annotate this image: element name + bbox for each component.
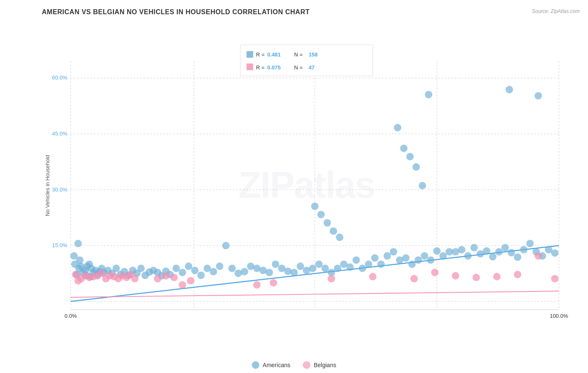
svg-point-60 bbox=[137, 265, 145, 272]
svg-point-134 bbox=[514, 253, 522, 261]
svg-point-97 bbox=[353, 256, 360, 264]
svg-point-92 bbox=[322, 265, 329, 272]
svg-text:100.0%: 100.0% bbox=[550, 313, 568, 319]
svg-text:0.0%: 0.0% bbox=[64, 313, 77, 319]
svg-point-68 bbox=[172, 265, 180, 272]
svg-point-175 bbox=[551, 275, 559, 283]
svg-point-114 bbox=[427, 256, 435, 264]
belgian-legend-label: Belgians bbox=[314, 362, 336, 368]
svg-text:No Vehicles in Household: No Vehicles in Household bbox=[44, 155, 51, 217]
svg-point-169 bbox=[431, 269, 439, 276]
chart-area: No Vehicles in Household 15.0% 30.0% 45.… bbox=[33, 20, 580, 335]
svg-point-101 bbox=[377, 261, 385, 268]
svg-text:ZIPatlas: ZIPatlas bbox=[238, 164, 375, 206]
svg-point-105 bbox=[330, 227, 337, 235]
svg-point-98 bbox=[359, 265, 366, 272]
svg-point-123 bbox=[425, 91, 432, 98]
svg-point-71 bbox=[191, 267, 199, 274]
svg-point-150 bbox=[74, 277, 82, 284]
svg-text:45.0%: 45.0% bbox=[52, 130, 67, 137]
chart-legend: Americans Belgians bbox=[252, 361, 336, 369]
svg-text:15.0%: 15.0% bbox=[52, 242, 67, 248]
svg-point-88 bbox=[297, 263, 304, 270]
svg-point-84 bbox=[272, 261, 279, 268]
svg-point-125 bbox=[458, 246, 465, 253]
scatter-plot: No Vehicles in Household 15.0% 30.0% 45.… bbox=[33, 20, 580, 335]
svg-text:47: 47 bbox=[309, 64, 314, 71]
svg-text:60.0%: 60.0% bbox=[52, 74, 67, 81]
svg-line-31 bbox=[71, 291, 559, 297]
legend-belgian: Belgians bbox=[303, 361, 336, 369]
svg-point-70 bbox=[185, 263, 192, 270]
svg-point-141 bbox=[506, 86, 513, 93]
svg-point-168 bbox=[410, 275, 418, 283]
svg-text:30.0%: 30.0% bbox=[52, 186, 67, 193]
svg-point-74 bbox=[210, 268, 217, 276]
svg-point-106 bbox=[336, 234, 343, 241]
chart-container: AMERICAN VS BELGIAN NO VEHICLES IN HOUSE… bbox=[0, 0, 588, 373]
svg-point-159 bbox=[154, 275, 161, 283]
svg-text:N =: N = bbox=[294, 64, 302, 71]
svg-point-86 bbox=[284, 268, 292, 275]
svg-text:0.481: 0.481 bbox=[267, 51, 281, 58]
svg-text:R =: R = bbox=[256, 51, 264, 58]
svg-point-44 bbox=[76, 256, 84, 264]
svg-point-79 bbox=[241, 268, 248, 276]
svg-point-99 bbox=[365, 261, 373, 268]
svg-point-129 bbox=[483, 247, 491, 255]
svg-point-136 bbox=[526, 240, 534, 247]
svg-point-94 bbox=[334, 265, 341, 272]
svg-point-133 bbox=[508, 249, 515, 256]
svg-point-111 bbox=[408, 261, 416, 268]
svg-point-113 bbox=[421, 252, 428, 260]
svg-rect-20 bbox=[247, 51, 253, 58]
chart-title: AMERICAN VS BELGIAN NO VEHICLES IN HOUSE… bbox=[42, 8, 580, 16]
svg-text:N =: N = bbox=[294, 51, 302, 58]
svg-point-164 bbox=[253, 281, 261, 289]
svg-text:158: 158 bbox=[309, 51, 317, 58]
legend-american: Americans bbox=[252, 361, 290, 369]
svg-point-160 bbox=[162, 272, 170, 280]
svg-point-130 bbox=[489, 253, 496, 261]
svg-point-51 bbox=[74, 240, 82, 247]
svg-point-54 bbox=[112, 265, 120, 272]
svg-point-119 bbox=[400, 145, 408, 152]
svg-point-91 bbox=[315, 261, 323, 268]
svg-point-75 bbox=[216, 263, 223, 270]
svg-point-122 bbox=[419, 182, 426, 189]
svg-point-121 bbox=[412, 163, 420, 171]
american-legend-icon bbox=[252, 361, 259, 369]
svg-text:R =: R = bbox=[256, 64, 264, 71]
american-legend-label: Americans bbox=[263, 362, 290, 368]
svg-point-107 bbox=[383, 252, 391, 260]
svg-point-104 bbox=[324, 219, 331, 227]
svg-point-167 bbox=[369, 273, 376, 281]
svg-point-163 bbox=[187, 277, 194, 284]
svg-point-96 bbox=[346, 263, 354, 271]
svg-point-162 bbox=[179, 281, 186, 289]
svg-point-127 bbox=[470, 244, 478, 251]
svg-point-77 bbox=[228, 265, 236, 272]
svg-point-158 bbox=[131, 275, 138, 283]
svg-point-115 bbox=[433, 247, 441, 255]
svg-point-172 bbox=[493, 273, 501, 281]
svg-point-171 bbox=[473, 274, 480, 281]
svg-point-87 bbox=[290, 269, 298, 276]
svg-point-140 bbox=[551, 249, 559, 257]
svg-point-173 bbox=[514, 271, 522, 278]
source-text: Source: ZipAtlas.com bbox=[532, 8, 580, 14]
svg-point-110 bbox=[402, 254, 410, 262]
svg-point-102 bbox=[311, 202, 319, 210]
svg-point-120 bbox=[406, 153, 414, 161]
svg-point-116 bbox=[440, 252, 447, 260]
svg-point-90 bbox=[309, 265, 317, 272]
svg-point-135 bbox=[520, 246, 528, 253]
belgian-legend-icon bbox=[303, 361, 310, 369]
svg-point-161 bbox=[170, 274, 178, 281]
svg-rect-25 bbox=[247, 64, 253, 70]
svg-point-108 bbox=[390, 248, 397, 255]
svg-point-76 bbox=[222, 242, 230, 249]
svg-point-83 bbox=[266, 269, 273, 276]
svg-rect-19 bbox=[240, 45, 373, 76]
svg-point-131 bbox=[495, 248, 503, 255]
